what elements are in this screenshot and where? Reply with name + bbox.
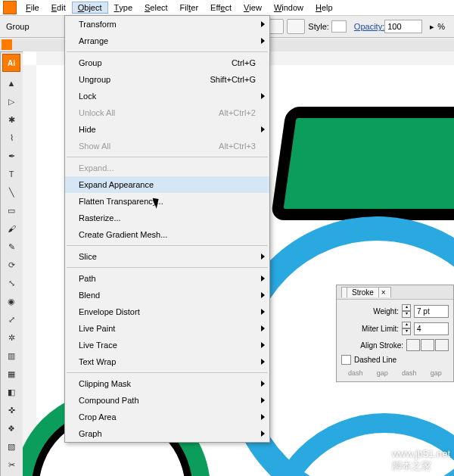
tool-paintbrush[interactable]: 🖌 — [2, 219, 20, 238]
submenu-arrow-icon — [261, 431, 265, 437]
tool-slice[interactable]: ▧ — [2, 437, 20, 456]
submenu-arrow-icon — [261, 38, 265, 44]
menubar: FileEditObjectTypeSelectFilterEffectView… — [0, 0, 454, 16]
tool-lasso[interactable]: ⌇ — [2, 129, 20, 147]
submenu-arrow-icon — [261, 325, 265, 331]
align-button-2[interactable] — [287, 19, 305, 34]
submenu-arrow-icon — [261, 292, 265, 298]
style-swatch[interactable] — [331, 20, 347, 33]
align-stroke-buttons[interactable] — [406, 339, 449, 351]
tool-scissors[interactable]: ✂ — [2, 456, 20, 474]
menu-item-compound-path[interactable]: Compound Path — [65, 392, 269, 409]
menu-item-clipping-mask[interactable]: Clipping Mask — [65, 375, 269, 392]
stroke-panel: Stroke × Weight: ▴▾ Miter Limit: ▴▾ Alig… — [336, 285, 454, 382]
menu-edit[interactable]: Edit — [45, 2, 72, 14]
menu-item-crop-area[interactable]: Crop Area — [65, 409, 269, 425]
menu-item-arrange[interactable]: Arrange — [65, 33, 269, 49]
tool-warp[interactable]: ◉ — [2, 292, 20, 310]
miter-stepper[interactable]: ▴▾ — [402, 322, 411, 335]
submenu-arrow-icon — [261, 275, 265, 282]
menu-item-ungroup[interactable]: UngroupShift+Ctrl+G — [65, 71, 269, 88]
tool-scale[interactable]: ⤡ — [2, 274, 20, 292]
menu-item-slice[interactable]: Slice — [65, 248, 269, 265]
submenu-arrow-icon — [261, 309, 265, 315]
tool-pen[interactable]: ✒ — [2, 147, 20, 165]
menu-item-transform[interactable]: Transform — [65, 16, 269, 33]
menu-item-blend[interactable]: Blend — [65, 287, 269, 303]
menu-filter[interactable]: Filter — [174, 2, 204, 14]
menu-view[interactable]: View — [238, 2, 268, 14]
opacity-arrow-icon[interactable]: ▸ — [430, 22, 434, 32]
tool-blend[interactable]: ❖ — [2, 419, 20, 437]
tool-line[interactable]: ╲ — [2, 183, 20, 201]
menu-separator — [67, 372, 268, 373]
tool-symbol-sprayer[interactable]: ✲ — [2, 328, 20, 347]
dash-gap-labels: dashgap dashgap — [341, 368, 449, 378]
submenu-arrow-icon — [261, 254, 265, 260]
tool-type[interactable]: T — [2, 165, 20, 183]
tool-rotate[interactable]: ⟳ — [2, 256, 20, 274]
menu-item-live-trace[interactable]: Live Trace — [65, 337, 269, 353]
submenu-arrow-icon — [261, 126, 265, 132]
weight-stepper[interactable]: ▴▾ — [402, 304, 411, 318]
menu-item-lock[interactable]: Lock — [65, 88, 269, 104]
tool-mesh[interactable]: ▦ — [2, 365, 20, 383]
menu-item-expand: Expand... — [65, 160, 269, 176]
align-stroke-label: Align Stroke: — [341, 341, 403, 350]
miter-input[interactable] — [414, 322, 449, 335]
menu-item-text-wrap[interactable]: Text Wrap — [65, 353, 269, 370]
menu-file[interactable]: File — [20, 2, 45, 14]
cursor-icon — [154, 197, 160, 208]
submenu-arrow-icon — [261, 359, 265, 365]
menu-item-unlock-all: Unlock AllAlt+Ctrl+2 — [65, 104, 269, 121]
watermark: www.jb51.net脚本之家 — [392, 448, 450, 473]
menu-select[interactable]: Select — [138, 2, 174, 14]
stroke-tab[interactable]: Stroke × — [341, 287, 391, 297]
menu-item-live-paint[interactable]: Live Paint — [65, 320, 269, 337]
tool-direct-selection[interactable]: ▷ — [2, 92, 20, 110]
weight-input[interactable] — [414, 305, 449, 318]
submenu-arrow-icon — [261, 414, 265, 420]
menu-effect[interactable]: Effect — [204, 2, 238, 14]
menu-separator — [67, 245, 268, 246]
doc-tab-icon[interactable] — [2, 39, 12, 50]
tool-selection[interactable]: ▲ — [2, 74, 20, 92]
menu-separator — [67, 267, 268, 268]
style-label: Style: — [308, 22, 329, 31]
toolbox: Ai ▲▷✱⌇✒T╲▭🖌✎⟳⤡◉⤢✲▥▦◧✜❖▧✂✋🔍 — [0, 51, 24, 476]
artwork-shape — [270, 107, 454, 220]
app-icon — [3, 1, 17, 14]
submenu-arrow-icon — [261, 93, 265, 99]
menu-item-rasterize[interactable]: Rasterize... — [65, 210, 269, 226]
tool-gradient[interactable]: ◧ — [2, 383, 20, 401]
menu-item-flatten-transparency[interactable]: Flatten Transparency... — [65, 193, 269, 210]
menu-type[interactable]: Type — [108, 2, 138, 14]
opacity-input[interactable] — [384, 20, 422, 33]
submenu-arrow-icon — [261, 397, 265, 403]
tool-eyedropper[interactable]: ✜ — [2, 401, 20, 419]
tool-pencil[interactable]: ✎ — [2, 238, 20, 256]
ai-badge-icon: Ai — [2, 54, 20, 72]
menu-item-path[interactable]: Path — [65, 270, 269, 287]
menu-item-create-gradient-mesh[interactable]: Create Gradient Mesh... — [65, 226, 269, 243]
tool-rectangle[interactable]: ▭ — [2, 201, 20, 219]
menu-item-hide[interactable]: Hide — [65, 121, 269, 138]
tool-graph[interactable]: ▥ — [2, 347, 20, 365]
menu-window[interactable]: Window — [268, 2, 309, 14]
submenu-arrow-icon — [261, 342, 265, 348]
menu-help[interactable]: Help — [309, 2, 339, 14]
object-menu-dropdown: TransformArrangeGroupCtrl+GUngroupShift+… — [64, 15, 270, 443]
menu-item-group[interactable]: GroupCtrl+G — [65, 54, 269, 71]
menu-item-expand-appearance[interactable]: Expand Appearance — [65, 176, 269, 193]
dashed-line-checkbox[interactable] — [341, 355, 351, 365]
menu-item-envelope-distort[interactable]: Envelope Distort — [65, 303, 269, 320]
ruler-vertical — [23, 65, 37, 476]
submenu-arrow-icon — [261, 381, 265, 387]
tool-magic-wand[interactable]: ✱ — [2, 110, 20, 129]
tool-free-transform[interactable]: ⤢ — [2, 310, 20, 328]
menu-separator — [67, 51, 268, 52]
menu-item-graph[interactable]: Graph — [65, 425, 269, 442]
menu-object[interactable]: Object — [72, 2, 108, 14]
menu-separator — [67, 157, 268, 157]
opacity-label[interactable]: Opacity: — [354, 22, 384, 31]
